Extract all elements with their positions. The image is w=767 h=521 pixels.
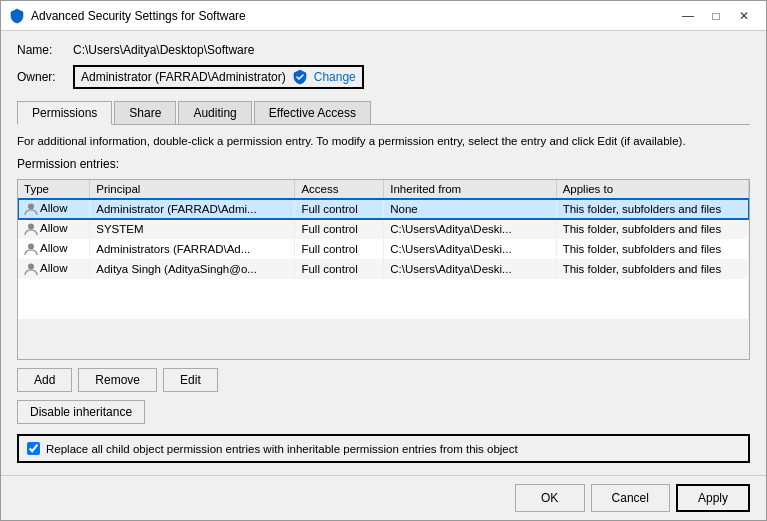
table-row[interactable]: Allow SYSTEM Full control C:\Users\Adity… — [18, 219, 749, 239]
cell-applies: This folder, subfolders and files — [556, 259, 748, 279]
col-applies: Applies to — [556, 180, 748, 199]
owner-label: Owner: — [17, 70, 67, 84]
cell-principal: Aditya Singh (AdityaSingh@o... — [90, 259, 295, 279]
maximize-button[interactable]: □ — [702, 2, 730, 30]
checkbox-row: Replace all child object permission entr… — [17, 434, 750, 463]
svg-point-3 — [28, 264, 34, 270]
cell-access: Full control — [295, 259, 384, 279]
cell-applies: This folder, subfolders and files — [556, 219, 748, 239]
cell-access: Full control — [295, 239, 384, 259]
col-inherited: Inherited from — [384, 180, 556, 199]
checkbox-label: Replace all child object permission entr… — [46, 443, 518, 455]
ok-button[interactable]: OK — [515, 484, 585, 512]
col-principal: Principal — [90, 180, 295, 199]
cell-type: Allow — [18, 219, 90, 239]
svg-point-0 — [28, 204, 34, 210]
replace-permissions-checkbox[interactable] — [27, 442, 40, 455]
change-link[interactable]: Change — [314, 70, 356, 84]
cell-access: Full control — [295, 199, 384, 220]
table-row[interactable]: Allow Administrators (FARRAD\Ad... Full … — [18, 239, 749, 259]
tabs-bar: Permissions Share Auditing Effective Acc… — [17, 101, 750, 125]
cell-applies: This folder, subfolders and files — [556, 199, 748, 220]
cell-inherited: C:\Users\Aditya\Deski... — [384, 219, 556, 239]
titlebar: Advanced Security Settings for Software … — [1, 1, 766, 31]
tab-auditing[interactable]: Auditing — [178, 101, 251, 124]
table-row[interactable]: Allow Aditya Singh (AdityaSingh@o... Ful… — [18, 259, 749, 279]
cell-applies: This folder, subfolders and files — [556, 239, 748, 259]
cell-principal: SYSTEM — [90, 219, 295, 239]
permissions-table: Type Principal Access Inherited from App… — [18, 180, 749, 319]
disable-inheritance-button[interactable]: Disable inheritance — [17, 400, 145, 424]
tab-effective-access[interactable]: Effective Access — [254, 101, 371, 124]
shield-icon — [292, 69, 308, 85]
apply-button[interactable]: Apply — [676, 484, 750, 512]
name-label: Name: — [17, 43, 67, 57]
cell-inherited: None — [384, 199, 556, 220]
table-header-row: Type Principal Access Inherited from App… — [18, 180, 749, 199]
window-icon — [9, 8, 25, 24]
edit-button[interactable]: Edit — [163, 368, 218, 392]
minimize-button[interactable]: — — [674, 2, 702, 30]
table-row[interactable]: Allow Administrator (FARRAD\Admi... Full… — [18, 199, 749, 220]
cell-type: Allow — [18, 239, 90, 259]
name-row: Name: C:\Users\Aditya\Desktop\Software — [17, 43, 750, 57]
col-access: Access — [295, 180, 384, 199]
info-text: For additional information, double-click… — [17, 133, 750, 149]
window-title: Advanced Security Settings for Software — [31, 9, 674, 23]
cancel-button[interactable]: Cancel — [591, 484, 670, 512]
main-window: Advanced Security Settings for Software … — [0, 0, 767, 521]
add-button[interactable]: Add — [17, 368, 72, 392]
owner-box: Administrator (FARRAD\Administrator) Cha… — [73, 65, 364, 89]
cell-inherited: C:\Users\Aditya\Deski... — [384, 259, 556, 279]
cell-principal: Administrator (FARRAD\Admi... — [90, 199, 295, 220]
tab-permissions[interactable]: Permissions — [17, 101, 112, 125]
main-content: Name: C:\Users\Aditya\Desktop\Software O… — [1, 31, 766, 475]
actions-row: Add Remove Edit — [17, 368, 750, 392]
table-body: Allow Administrator (FARRAD\Admi... Full… — [18, 199, 749, 320]
owner-value: Administrator (FARRAD\Administrator) — [81, 70, 286, 84]
cell-inherited: C:\Users\Aditya\Deski... — [384, 239, 556, 259]
remove-button[interactable]: Remove — [78, 368, 157, 392]
permissions-table-container: Type Principal Access Inherited from App… — [17, 179, 750, 360]
cell-type: Allow — [18, 199, 90, 220]
window-controls: — □ ✕ — [674, 2, 758, 30]
name-value: C:\Users\Aditya\Desktop\Software — [73, 43, 254, 57]
svg-point-2 — [28, 244, 34, 250]
owner-row: Owner: Administrator (FARRAD\Administrat… — [17, 65, 750, 89]
section-label: Permission entries: — [17, 157, 750, 171]
cell-type: Allow — [18, 259, 90, 279]
disable-inheritance-row: Disable inheritance — [17, 400, 750, 424]
close-button[interactable]: ✕ — [730, 2, 758, 30]
cell-principal: Administrators (FARRAD\Ad... — [90, 239, 295, 259]
cell-access: Full control — [295, 219, 384, 239]
svg-point-1 — [28, 224, 34, 230]
tab-share[interactable]: Share — [114, 101, 176, 124]
col-type: Type — [18, 180, 90, 199]
bottom-buttons: OK Cancel Apply — [1, 475, 766, 520]
